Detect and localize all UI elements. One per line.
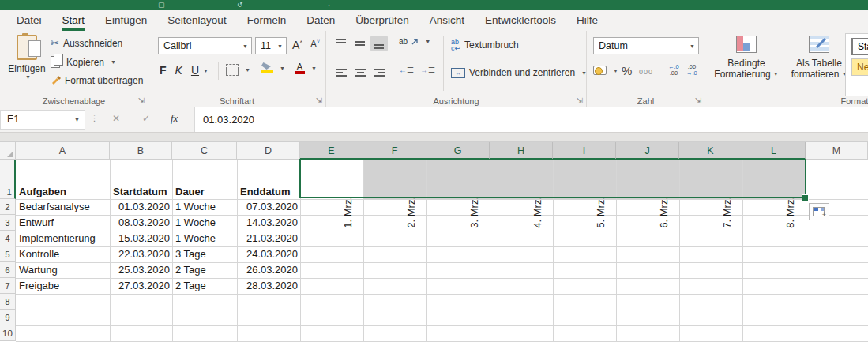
align-middle-button[interactable] [351, 36, 369, 51]
column-header-j[interactable]: J [616, 142, 679, 160]
tab-hilfe[interactable]: Hilfe [566, 11, 608, 31]
cell-h1[interactable]: 4. Mrz. [490, 160, 553, 199]
cell-c7[interactable]: 2 Tage [172, 278, 235, 294]
format-painter-button[interactable]: Format übertragen [51, 75, 143, 86]
cell-k1[interactable]: 7. Mrz. [679, 160, 742, 199]
align-right-button[interactable] [370, 66, 388, 81]
dialog-launcher-icon[interactable]: ⇲ [316, 96, 322, 105]
cell-c1[interactable]: Dauer [175, 160, 235, 199]
cell-d6[interactable]: 26.03.2020 [237, 262, 298, 278]
orientation-button[interactable]: ab ▼ [399, 37, 430, 46]
cell-c2[interactable]: 1 Woche [172, 199, 235, 215]
cell-b3[interactable]: 08.03.2020 [110, 215, 170, 231]
fill-color-button[interactable]: ▼ [261, 62, 285, 73]
increase-decimal-button[interactable]: ←.0 .00 [668, 64, 679, 77]
cell-a6[interactable]: Wartung [16, 262, 110, 278]
decrease-decimal-button[interactable]: .00 →.0 [686, 64, 697, 77]
tab-ueberpruefen[interactable]: Überprüfen [345, 11, 419, 31]
accounting-format-button[interactable]: ▼ [593, 66, 618, 75]
column-header-l[interactable]: L [742, 142, 806, 160]
align-bottom-button[interactable] [370, 36, 388, 51]
dialog-launcher-icon[interactable]: ⇲ [695, 96, 701, 105]
cell-style-neutral[interactable]: Neutral [851, 58, 868, 76]
column-header-b[interactable]: B [110, 142, 172, 160]
underline-button[interactable]: U [191, 64, 199, 77]
column-header-h[interactable]: H [490, 142, 553, 160]
font-color-button[interactable]: A ▼ [295, 62, 317, 74]
cut-button[interactable]: ✂ Ausschneiden [51, 37, 122, 49]
cell-d5[interactable]: 24.03.2020 [237, 246, 298, 262]
cell-a7[interactable]: Freigabe [16, 278, 110, 294]
select-all-corner[interactable] [0, 142, 16, 160]
enter-button[interactable]: ✓ [142, 113, 150, 124]
column-header-m[interactable]: M [806, 142, 868, 160]
cell-i1[interactable]: 5. Mrz. [553, 160, 616, 199]
align-top-button[interactable] [333, 36, 350, 51]
row-header-7[interactable]: 7 [0, 278, 16, 294]
undo-icon[interactable]: ↺ [237, 1, 243, 9]
cell-b6[interactable]: 25.03.2020 [110, 262, 170, 278]
merge-center-button[interactable]: ↔ Verbinden und zentrieren ▼ [451, 67, 587, 78]
column-header-g[interactable]: G [426, 142, 490, 160]
cell-c3[interactable]: 1 Woche [172, 215, 235, 231]
italic-button[interactable]: K [175, 64, 182, 77]
cancel-button[interactable]: ✕ [112, 113, 120, 124]
row-header-6[interactable]: 6 [0, 262, 16, 278]
cell-b5[interactable]: 22.03.2020 [110, 246, 170, 262]
cell-f1[interactable]: 2. Mrz. [363, 160, 426, 199]
column-header-f[interactable]: F [363, 142, 426, 160]
increase-font-size-button[interactable]: A˄ [292, 39, 302, 51]
borders-button[interactable]: ▼ [226, 64, 250, 76]
wrap-text-button[interactable]: abc↩ Textumbruch [451, 39, 519, 51]
cell-d2[interactable]: 07.03.2020 [237, 199, 298, 215]
chevron-down-icon[interactable]: ▼ [203, 68, 209, 73]
cell-c6[interactable]: 2 Tage [172, 262, 235, 278]
tab-start[interactable]: Start [52, 11, 96, 31]
cell-c5[interactable]: 3 Tage [172, 246, 235, 262]
cell-a1[interactable]: Aufgaben [19, 160, 108, 199]
row-header-8[interactable]: 8 [0, 294, 16, 310]
cell-d7[interactable]: 28.03.2020 [237, 278, 298, 294]
cell-b7[interactable]: 27.03.2020 [110, 278, 170, 294]
conditional-formatting-button[interactable]: Bedingte Formatierung▼ [713, 36, 780, 80]
tab-einfuegen[interactable]: Einfügen [95, 11, 157, 31]
formula-input[interactable]: 01.03.2020 [194, 107, 868, 132]
row-header-1[interactable]: 1 [0, 160, 16, 199]
row-header-9[interactable]: 9 [0, 310, 16, 325]
cell-b1[interactable]: Startdatum [113, 160, 171, 199]
decrease-font-size-button[interactable]: A˅ [310, 39, 320, 50]
format-as-table-button[interactable]: Als Tabelle formatieren▼ [786, 36, 852, 80]
insert-function-button[interactable]: fx [171, 112, 178, 125]
decrease-indent-button[interactable]: ←☰ [399, 66, 414, 74]
cell-a4[interactable]: Implementierung [16, 231, 110, 246]
font-name-combobox[interactable]: Calibri ▼ [158, 37, 252, 54]
cell-l1[interactable]: 8. Mrz. [742, 160, 806, 199]
cell-c4[interactable]: 1 Woche [172, 231, 235, 246]
font-size-combobox[interactable]: 11 ▼ [255, 37, 287, 54]
row-header-2[interactable]: 2 [0, 199, 16, 215]
cell-a3[interactable]: Entwurf [16, 215, 110, 231]
cell-a2[interactable]: Bedarfsanalyse [16, 199, 110, 215]
tab-seitenlayout[interactable]: Seitenlayout [157, 11, 236, 31]
align-center-button[interactable] [351, 66, 369, 81]
dialog-launcher-icon[interactable]: ⇲ [138, 96, 145, 105]
increase-indent-button[interactable]: →☰ [420, 66, 435, 74]
name-box[interactable]: E1 ▼ [0, 110, 85, 130]
tab-daten[interactable]: Daten [296, 11, 345, 31]
paste-button[interactable]: Einfügen ▼ [6, 35, 47, 98]
row-header-10[interactable]: 10 [0, 325, 16, 341]
cell-b2[interactable]: 01.03.2020 [110, 199, 170, 215]
copy-button[interactable]: Kopieren ▼ [51, 56, 116, 68]
column-header-d[interactable]: D [237, 142, 300, 160]
column-header-e[interactable]: E [300, 142, 363, 160]
comma-style-button[interactable]: 000 [639, 68, 653, 76]
cell-d4[interactable]: 21.03.2020 [237, 231, 298, 246]
percent-style-button[interactable]: % [622, 64, 632, 77]
cell-style-standard[interactable]: Standard [851, 38, 868, 55]
redo-icon[interactable]: · [328, 1, 330, 9]
row-header-3[interactable]: 3 [0, 215, 16, 231]
tab-datei[interactable]: Datei [6, 11, 52, 31]
save-icon[interactable]: ▢ [158, 1, 165, 9]
cell-d3[interactable]: 14.03.2020 [237, 215, 298, 231]
column-header-a[interactable]: A [16, 142, 110, 160]
